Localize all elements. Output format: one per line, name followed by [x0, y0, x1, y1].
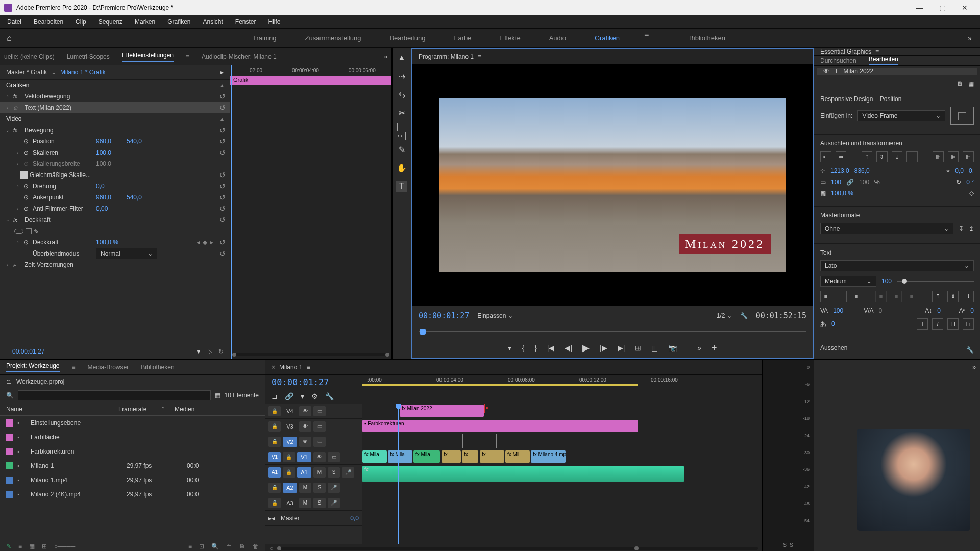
align-bottom-icon[interactable]: ⤓	[892, 151, 903, 162]
step-back-icon[interactable]: ◀|	[565, 344, 572, 352]
text-align-right-icon[interactable]: ≡	[851, 291, 862, 302]
push-down-icon[interactable]: ↧	[959, 225, 964, 232]
checkbox-icon[interactable]: ✓	[20, 171, 28, 179]
rotation-value[interactable]: 0 °	[966, 179, 974, 186]
menu-graphics[interactable]: Grafiken	[161, 16, 197, 28]
flicker-row[interactable]: ›⊙ Anti-Flimmer-Filter 0,00 ↺	[0, 203, 230, 214]
weight-select[interactable]: Medium ⌄	[820, 276, 876, 287]
size-slider[interactable]	[897, 281, 974, 282]
allcaps-icon[interactable]: TT	[947, 318, 959, 330]
menu-help[interactable]: Hilfe	[262, 16, 287, 28]
audio-track-header[interactable]: 🔒A3MS🎤	[265, 495, 362, 511]
timeline-playhead[interactable]	[398, 404, 399, 544]
automate-icon[interactable]: ⊡	[199, 543, 204, 550]
tab-overflow-icon[interactable]: »	[972, 364, 976, 371]
scale-w-value[interactable]: 100	[831, 179, 841, 186]
link-icon[interactable]: 🔗	[846, 179, 854, 186]
group-layer-icon[interactable]: ▦	[968, 80, 974, 87]
pin-box-widget[interactable]	[950, 107, 974, 125]
tsume-value[interactable]: 0	[831, 320, 835, 328]
timeline-clip[interactable]: fx	[480, 450, 504, 463]
new-item-icon[interactable]: 🗎	[239, 543, 246, 550]
text-valign-top-icon[interactable]: ⤒	[932, 291, 943, 302]
ws-graphics[interactable]: Grafiken	[591, 31, 624, 45]
project-item[interactable]: ▪Milano 1.mp429,97 fps00:0	[0, 473, 265, 487]
audio-track-header[interactable]: 🔒A2MS🎤	[265, 480, 362, 495]
program-scrubber[interactable]	[412, 325, 813, 338]
wrench-icon[interactable]: 🔧	[966, 346, 974, 354]
overwrite-icon[interactable]: ▦	[651, 344, 658, 352]
trash-icon[interactable]: 🗑	[253, 543, 259, 550]
position-row[interactable]: ⊙ Position 960,0 540,0 ↺	[0, 136, 230, 147]
timeline-clip[interactable]: fx Mila	[362, 450, 387, 463]
vector-motion-row[interactable]: ›fx Vektorbewegung ↺	[0, 91, 230, 102]
opacity-masks-row[interactable]: ✎	[0, 226, 230, 237]
leading-value[interactable]: 0	[937, 307, 941, 314]
snap-icon[interactable]: ⊐	[272, 392, 278, 400]
master-style-select[interactable]: Ohne ⌄	[820, 223, 953, 234]
clip-link[interactable]: Milano 1 * Grafik	[60, 69, 106, 76]
step-forward-icon[interactable]: |▶	[600, 344, 607, 352]
baseline-value[interactable]: 0	[970, 307, 974, 314]
export-frame-icon[interactable]: 📷	[668, 344, 677, 352]
menu-edit[interactable]: Bearbeiten	[28, 16, 69, 28]
marker-icon[interactable]: ▾	[301, 392, 304, 400]
reset-icon[interactable]: ↺	[219, 148, 226, 157]
timeline-clip[interactable]: fx	[362, 466, 684, 482]
faux-bold-icon[interactable]: T	[917, 318, 928, 330]
home-icon[interactable]: ⌂	[0, 34, 18, 43]
mini-scrollbar[interactable]	[232, 353, 389, 356]
font-select[interactable]: Lato ⌄	[820, 260, 974, 271]
align-middle-icon[interactable]: ⇕	[876, 151, 888, 162]
align-left-icon[interactable]: ⇤	[820, 151, 831, 162]
loop-icon[interactable]: ↻	[218, 348, 224, 355]
timeline-timecode[interactable]: 00:00:01:27	[265, 375, 362, 389]
tab-project[interactable]: Projekt: Werkzeuge	[6, 362, 60, 372]
eg-layer-name[interactable]: Milan 2022	[843, 68, 873, 75]
effect-mini-ruler[interactable]: 02:00 00:00:04:00 00:00:06:00	[230, 65, 391, 76]
tab-menu-icon[interactable]: ≡	[72, 364, 76, 371]
reset-icon[interactable]: ↺	[219, 238, 226, 246]
list-view-icon[interactable]: ≡	[18, 543, 22, 550]
minimize-button[interactable]: —	[909, 0, 931, 15]
freeform-view-icon[interactable]: ⊞	[42, 543, 47, 550]
seq-menu-icon[interactable]: ≡	[306, 364, 310, 371]
program-playhead[interactable]	[420, 329, 426, 335]
project-item[interactable]: ▪Milano 129,97 fps00:0	[0, 459, 265, 473]
play-only-icon[interactable]: ▷	[208, 348, 212, 355]
opacity-value-row[interactable]: ›⊙ Deckkraft 100,0 % ◂◆▸ ↺	[0, 237, 230, 248]
eg-tab-browse[interactable]: Durchsuchen	[820, 57, 856, 64]
timeline-clip[interactable]: fx Milan 2022	[400, 405, 484, 417]
timeline-clip[interactable]: fx	[442, 450, 461, 463]
menu-markers[interactable]: Marken	[129, 16, 161, 28]
close-button[interactable]: ✕	[953, 0, 976, 15]
wrench-icon[interactable]: 🔧	[325, 392, 334, 400]
timeline-clip[interactable]: fx Milano 4.mp4	[531, 450, 566, 463]
distribute-v3-icon[interactable]: ⊩	[963, 151, 974, 162]
pen-tool-icon[interactable]: ✎	[396, 144, 407, 155]
menu-view[interactable]: Ansicht	[197, 16, 229, 28]
distribute-v-icon[interactable]: ⊪	[933, 151, 944, 162]
program-viewer[interactable]: Milan 2022	[412, 64, 813, 306]
ws-libraries[interactable]: Bibliotheken	[685, 31, 729, 45]
master-track-header[interactable]: ▸◂Master0,0	[265, 511, 362, 526]
icon-view-icon[interactable]: ▦	[29, 543, 35, 550]
text-valign-mid-icon[interactable]: ⇕	[947, 291, 959, 302]
selection-tool-icon[interactable]: ▲	[396, 52, 407, 63]
anchor-row[interactable]: ⊙ Ankerpunkt 960,0 540,0 ↺	[0, 192, 230, 203]
ws-menu-icon[interactable]: ≡	[644, 31, 665, 45]
reset-icon[interactable]: ↺	[219, 205, 226, 213]
text-align-left-icon[interactable]: ≡	[820, 291, 831, 302]
motion-row[interactable]: ⌄fx Bewegung ↺	[0, 124, 230, 136]
reset-icon[interactable]: ↺	[219, 193, 226, 202]
ws-audio[interactable]: Audio	[545, 31, 570, 45]
time-remap-row[interactable]: ›▸ Zeit-Verzerrungen	[0, 259, 230, 270]
align-top-icon[interactable]: ⤒	[862, 151, 873, 162]
program-menu-icon[interactable]: ≡	[478, 53, 481, 60]
anchor-num2[interactable]: 0,	[969, 167, 974, 174]
filter-icon[interactable]: ▦	[215, 392, 220, 399]
opacity-group-row[interactable]: ⌄fx Deckkraft ↺	[0, 214, 230, 226]
timeline-clip[interactable]: fx Mila	[388, 450, 412, 463]
work-area-bar[interactable]	[362, 384, 638, 386]
project-item[interactable]: ▪Milano 2 (4K).mp429,97 fps00:0	[0, 487, 265, 502]
